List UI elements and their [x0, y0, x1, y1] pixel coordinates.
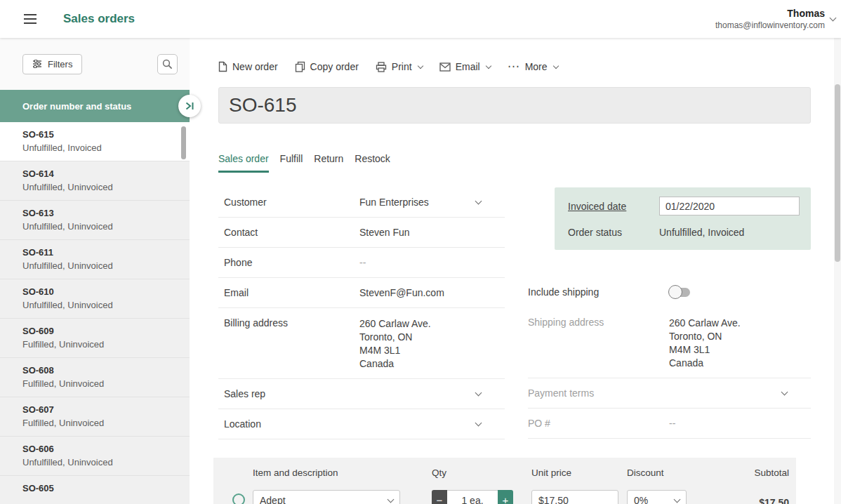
- po-number-label: PO #: [528, 418, 669, 429]
- contact-field[interactable]: Steven Fun: [359, 227, 505, 238]
- qty-column-header: Qty: [432, 467, 513, 478]
- include-shipping-toggle[interactable]: [670, 288, 690, 297]
- invoiced-date-input[interactable]: [659, 197, 800, 215]
- list-item[interactable]: SO-615 Unfulfilled, Invoiced: [0, 122, 190, 161]
- chevron-down-icon[interactable]: [475, 420, 482, 427]
- invoiced-date-label[interactable]: Invoiced date: [568, 201, 659, 212]
- customer-select[interactable]: Fun Enterprises: [359, 197, 476, 208]
- tab-fulfill[interactable]: Fulfill: [280, 153, 303, 173]
- chevron-down-icon[interactable]: [781, 389, 788, 396]
- sales-rep-row: Sales rep: [218, 379, 505, 409]
- copy-order-label: Copy order: [310, 61, 359, 72]
- order-number-field[interactable]: SO-615: [218, 87, 811, 124]
- search-button[interactable]: [157, 54, 178, 74]
- chevron-down-icon[interactable]: [475, 390, 482, 397]
- shipping-address-line: Toronto, ON: [669, 330, 811, 343]
- line-items-table: Item and description Qty Unit price Disc…: [213, 458, 796, 504]
- print-label: Print: [392, 61, 412, 72]
- billing-address-line: Canada: [359, 357, 505, 371]
- table-row: Adept − 1 ea. +: [213, 487, 796, 504]
- main-scrollbar[interactable]: [834, 38, 841, 504]
- tab-restock[interactable]: Restock: [355, 153, 390, 173]
- printer-icon: [376, 62, 387, 72]
- chevron-down-icon: [674, 496, 681, 503]
- order-list-header-label: Order number and status: [22, 101, 131, 112]
- new-order-label: New order: [232, 61, 278, 72]
- shipping-address-line: 260 Carlaw Ave.: [669, 317, 811, 330]
- customer-label: Customer: [224, 197, 359, 208]
- invoiced-date-row: Invoiced date: [568, 193, 801, 219]
- toggle-knob: [668, 285, 682, 299]
- shipping-address-row: Shipping address 260 Carlaw Ave. Toronto…: [528, 307, 811, 378]
- page-title: Sales orders: [63, 12, 135, 26]
- list-item[interactable]: SO-606 Unfulfilled, Uninvoiced: [0, 437, 190, 476]
- order-list-header: Order number and status: [0, 90, 190, 122]
- list-item[interactable]: SO-607 Fulfilled, Uninvoiced: [0, 397, 190, 437]
- copy-order-button[interactable]: Copy order: [295, 61, 359, 72]
- more-button[interactable]: ⋯ More: [508, 61, 558, 72]
- phone-field[interactable]: --: [359, 257, 505, 268]
- order-list: SO-615 Unfulfilled, Invoiced SO-614 Unfu…: [0, 122, 190, 504]
- chevron-down-icon: [552, 62, 558, 68]
- filters-button[interactable]: Filters: [22, 54, 82, 74]
- sidebar-scrollbar[interactable]: [181, 126, 186, 159]
- ellipsis-icon: ⋯: [508, 63, 520, 70]
- list-item[interactable]: SO-614 Unfulfilled, Uninvoiced: [0, 161, 190, 201]
- contact-row: Contact Steven Fun: [218, 218, 505, 248]
- discount-select[interactable]: 0%: [627, 490, 687, 504]
- unit-price-column-header: Unit price: [531, 467, 619, 478]
- qty-field[interactable]: 1 ea.: [447, 490, 498, 504]
- plus-icon: +: [503, 494, 509, 504]
- tab-return[interactable]: Return: [314, 153, 343, 173]
- scrollbar-thumb[interactable]: [835, 84, 840, 262]
- po-number-row: PO # --: [528, 409, 811, 439]
- email-label: Email: [456, 61, 480, 72]
- order-number: SO-606: [22, 444, 190, 454]
- order-number: SO-607: [22, 404, 190, 415]
- hamburger-menu-icon[interactable]: [17, 6, 44, 32]
- list-item[interactable]: SO-608 Fulfilled, Uninvoiced: [0, 358, 190, 397]
- filter-sliders-icon: [32, 60, 42, 68]
- email-field[interactable]: StevenF@Fun.com: [359, 287, 505, 298]
- list-item[interactable]: SO-610 Unfulfilled, Uninvoiced: [0, 279, 190, 319]
- new-order-button[interactable]: New order: [218, 61, 278, 72]
- billing-address-field[interactable]: 260 Carlaw Ave. Toronto, ON M4M 3L1 Cana…: [359, 317, 505, 371]
- top-bar: Sales orders Thomas thomas@inflowinvento…: [0, 0, 841, 38]
- decrease-qty-button[interactable]: −: [432, 490, 447, 504]
- order-details-column: Invoiced date Order status Unfulfilled, …: [528, 187, 811, 439]
- user-menu[interactable]: Thomas thomas@inflowinventory.com: [715, 8, 841, 30]
- billing-address-label: Billing address: [224, 317, 359, 329]
- line-item-status-circle[interactable]: [232, 493, 245, 504]
- list-item[interactable]: SO-605: [0, 476, 190, 504]
- tab-sales-order[interactable]: Sales order: [218, 153, 269, 173]
- include-shipping-row: Include shipping: [528, 277, 811, 307]
- order-detail-panel: New order Copy order Print: [190, 38, 841, 504]
- order-tabs: Sales order Fulfill Return Restock: [218, 153, 811, 173]
- list-item[interactable]: SO-611 Unfulfilled, Uninvoiced: [0, 240, 190, 279]
- print-button[interactable]: Print: [376, 61, 423, 72]
- chevron-down-icon[interactable]: [475, 198, 482, 205]
- order-number: SO-609: [22, 326, 190, 336]
- shipping-address-field[interactable]: 260 Carlaw Ave. Toronto, ON M4M 3L1 Cana…: [669, 317, 811, 370]
- shipping-address-line: M4M 3L1: [669, 343, 811, 357]
- increase-qty-button[interactable]: +: [498, 490, 513, 504]
- billing-address-line: M4M 3L1: [359, 344, 505, 357]
- chevron-down-icon: [485, 62, 491, 68]
- item-select[interactable]: Adept: [253, 490, 400, 504]
- list-item[interactable]: SO-613 Unfulfilled, Uninvoiced: [0, 201, 190, 240]
- order-number-value: SO-615: [229, 94, 297, 117]
- filters-label: Filters: [48, 59, 72, 69]
- order-number: SO-610: [22, 286, 190, 297]
- po-number-field[interactable]: --: [669, 418, 811, 429]
- unit-price-field[interactable]: $17.50: [531, 490, 618, 504]
- line-subtotal: $17.50: [687, 490, 796, 504]
- payment-terms-row: Payment terms: [528, 378, 811, 409]
- collapse-sidebar-button[interactable]: [178, 95, 201, 117]
- email-button[interactable]: Email: [439, 61, 491, 72]
- billing-address-row: Billing address 260 Carlaw Ave. Toronto,…: [218, 308, 505, 379]
- discount-value: 0%: [634, 495, 648, 504]
- list-item[interactable]: SO-609 Fulfilled, Uninvoiced: [0, 319, 190, 358]
- copy-icon: [295, 61, 305, 72]
- order-status-value: Unfulfilled, Invoiced: [659, 227, 744, 238]
- customer-row: Customer Fun Enterprises: [218, 187, 505, 218]
